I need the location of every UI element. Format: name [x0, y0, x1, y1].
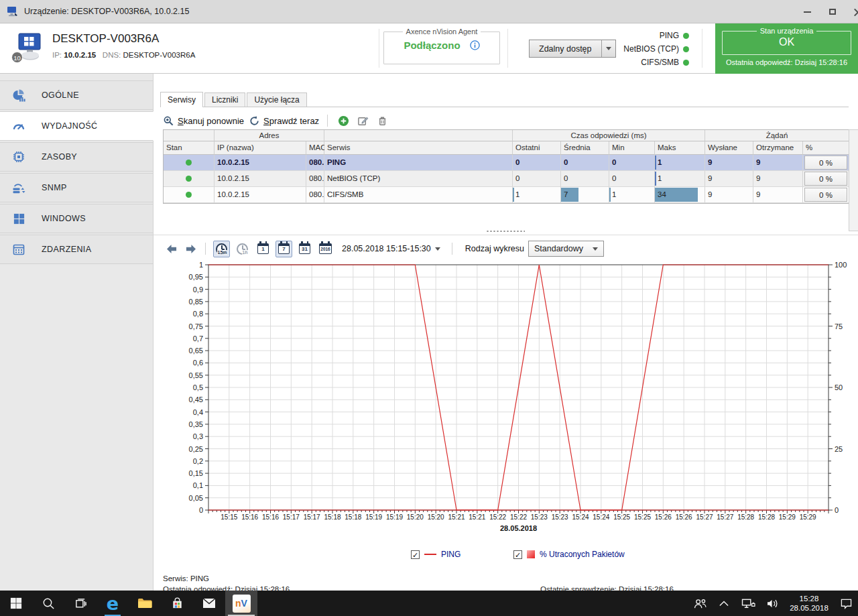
chart-next-button[interactable]: [183, 243, 198, 255]
sidebar-item-snmp[interactable]: SNMP: [0, 173, 153, 202]
date-range-dropdown[interactable]: 28.05.2018 15:15-15:30: [342, 244, 440, 253]
checkbox-checked-icon[interactable]: ✓: [513, 550, 522, 559]
store-taskbar-button[interactable]: [161, 591, 193, 616]
table-cell-lost[interactable]: 0 %: [803, 171, 849, 187]
table-cell-status[interactable]: [164, 155, 214, 171]
table-cell-service[interactable]: PING: [324, 155, 513, 171]
add-icon: [338, 115, 349, 127]
table-cell-last[interactable]: 0: [513, 171, 561, 187]
checkbox-checked-icon[interactable]: ✓: [411, 550, 420, 559]
search-taskbar-button[interactable]: [32, 591, 64, 616]
table-cell-service[interactable]: CIFS/SMB: [324, 187, 513, 203]
table-cell-received[interactable]: 9: [753, 155, 803, 171]
maximize-button[interactable]: [820, 0, 845, 23]
chart-area[interactable]: 10,950,90,850,80,750,70,650,60,550,50,45…: [163, 260, 853, 536]
edit-service-button[interactable]: [355, 113, 370, 128]
table-cell-max[interactable]: 1: [655, 155, 705, 171]
tab-serwisy[interactable]: Serwisy: [160, 92, 203, 107]
chevron-up-tray-button[interactable]: [712, 591, 736, 616]
remote-access-button[interactable]: Zdalny dostęp: [529, 40, 616, 58]
table-group-header: Żądań: [705, 130, 849, 141]
table-cell-ip[interactable]: 10.0.2.15: [214, 155, 306, 171]
minimize-button[interactable]: [794, 0, 820, 23]
explorer-taskbar-button[interactable]: [129, 591, 161, 616]
table-column-header[interactable]: Serwis: [324, 141, 513, 155]
splitter-handle[interactable]: [486, 230, 525, 233]
add-service-button[interactable]: [336, 113, 351, 128]
range-day-button[interactable]: 1: [255, 241, 271, 257]
table-column-header[interactable]: Wysłane: [705, 141, 753, 155]
delete-service-button[interactable]: [375, 113, 389, 128]
people-tray-button[interactable]: [688, 591, 712, 616]
task-view-taskbar-button[interactable]: [64, 591, 97, 616]
table-cell-avg[interactable]: 0: [561, 171, 609, 187]
y-axis-label: 0,65: [167, 347, 203, 355]
start-taskbar-button[interactable]: [0, 591, 32, 616]
chart-prev-button[interactable]: [164, 243, 179, 255]
table-column-header[interactable]: Średnia: [561, 141, 609, 155]
volume-tray-button[interactable]: [760, 591, 784, 616]
table-cell-ip[interactable]: 10.0.2.15: [214, 187, 306, 203]
tab-uzycie-lacza[interactable]: Użycie łącza: [247, 93, 306, 107]
clock-date: 28.05.2018: [790, 603, 829, 613]
table-cell-status[interactable]: [164, 171, 214, 187]
sidebar-item-zasoby[interactable]: ZASOBY: [0, 142, 153, 172]
table-cell-mac[interactable]: 080...: [306, 187, 324, 203]
table-cell-sent[interactable]: 9: [705, 171, 753, 187]
table-cell-mac[interactable]: 080...: [306, 155, 324, 171]
table-column-header[interactable]: Otrzymane: [753, 141, 803, 155]
sidebar-item-windows[interactable]: WINDOWS: [0, 204, 153, 233]
table-column-header[interactable]: Min: [609, 141, 655, 155]
range-15min-button[interactable]: 15m: [213, 241, 230, 257]
chart-plot[interactable]: [163, 260, 853, 513]
table-column-header[interactable]: IP (nazwa): [214, 141, 306, 155]
sidebar-item-zdarzenia[interactable]: ZDARZENIA: [0, 235, 153, 264]
table-cell-lost[interactable]: 0 %: [803, 187, 849, 203]
range-week-button[interactable]: 7: [275, 241, 292, 257]
sidebar-item-wydajnosc[interactable]: WYDAJNOŚĆ: [0, 111, 154, 141]
table-cell-max[interactable]: 34: [655, 187, 705, 203]
chart-type-select[interactable]: Standardowy: [528, 241, 604, 257]
table-column-header[interactable]: Stan: [164, 141, 214, 155]
table-cell-status[interactable]: [164, 187, 214, 203]
table-cell-min[interactable]: 0: [609, 171, 655, 187]
table-cell-min[interactable]: 1: [609, 187, 655, 203]
table-cell-avg[interactable]: 7: [561, 187, 609, 203]
edge-taskbar-button[interactable]: e: [97, 591, 129, 616]
table-cell-ip[interactable]: 10.0.2.15: [214, 171, 306, 187]
range-hour-button[interactable]: 1h: [234, 241, 251, 257]
table-cell-avg[interactable]: 0: [561, 155, 609, 171]
table-cell-received[interactable]: 9: [753, 171, 803, 187]
nvision-taskbar-button[interactable]: nV: [225, 591, 257, 616]
table-cell-last[interactable]: 1: [513, 187, 561, 203]
action-center-button[interactable]: [834, 591, 858, 616]
remote-access-dropdown[interactable]: [602, 40, 615, 57]
range-year-button[interactable]: 2016: [317, 241, 334, 257]
y-axis-label: 1: [167, 261, 203, 269]
table-scrollbar[interactable]: [849, 129, 858, 231]
table-cell-received[interactable]: 9: [753, 187, 803, 203]
table-column-header[interactable]: MAC: [306, 141, 324, 155]
table-cell-mac[interactable]: 080...: [306, 171, 324, 187]
range-month-button[interactable]: 31: [296, 241, 313, 257]
taskbar-clock[interactable]: 15:2828.05.2018: [784, 591, 834, 616]
mail-taskbar-button[interactable]: [193, 591, 225, 616]
network-tray-button[interactable]: [736, 591, 760, 616]
table-cell-last[interactable]: 0: [513, 155, 561, 171]
info-icon[interactable]: [470, 40, 480, 50]
table-cell-lost[interactable]: 0 %: [803, 155, 849, 171]
table-cell-min[interactable]: 0: [609, 155, 655, 171]
tab-liczniki[interactable]: Liczniki: [204, 93, 245, 107]
table-cell-sent[interactable]: 9: [705, 187, 753, 203]
table-column-header[interactable]: Maks: [655, 141, 705, 155]
close-button[interactable]: [845, 0, 858, 23]
scan-again-button[interactable]: Skanuj ponownie: [163, 115, 244, 127]
table-cell-service[interactable]: NetBIOS (TCP): [324, 171, 513, 187]
table-column-header[interactable]: % utraconych: [803, 141, 849, 155]
check-now-button[interactable]: Sprawdź teraz: [249, 115, 319, 127]
table-cell-max[interactable]: 1: [655, 171, 705, 187]
device-state-panel: Stan urządzenia OK Ostatnia odpowiedź: D…: [715, 23, 858, 74]
table-cell-sent[interactable]: 9: [705, 155, 753, 171]
sidebar-item-ogolne[interactable]: OGÓLNE: [0, 80, 153, 110]
table-column-header[interactable]: Ostatni: [513, 141, 561, 155]
